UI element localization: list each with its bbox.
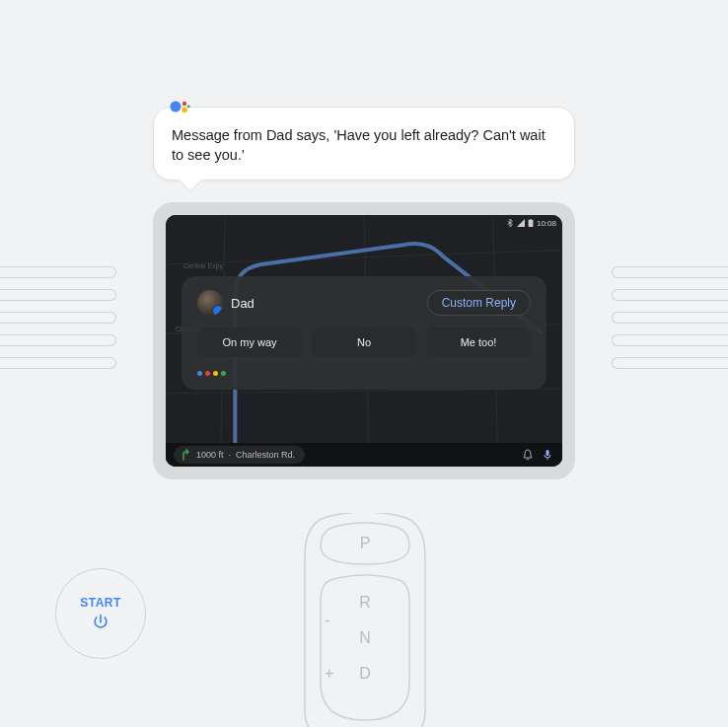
svg-rect-5 xyxy=(530,219,532,220)
svg-point-3 xyxy=(187,106,190,109)
svg-point-0 xyxy=(171,102,182,112)
svg-rect-4 xyxy=(529,220,534,227)
bluetooth-icon xyxy=(506,219,514,227)
turn-right-icon xyxy=(180,449,191,461)
svg-point-1 xyxy=(182,102,186,106)
svg-point-2 xyxy=(182,108,187,113)
gear-d: D xyxy=(359,665,371,683)
nav-distance: 1000 ft xyxy=(196,450,224,460)
custom-reply-button[interactable]: Custom Reply xyxy=(427,290,531,316)
bottom-bar: 1000 ft · Charleston Rd. xyxy=(166,443,562,467)
gear-shifter[interactable]: P R N D - + xyxy=(303,513,427,727)
assistant-speech-bubble: Message from Dad says, 'Have you left al… xyxy=(153,107,575,181)
reply-chip[interactable]: Me too! xyxy=(426,327,531,357)
avatar xyxy=(197,290,223,316)
svg-rect-6 xyxy=(546,450,549,456)
status-time: 10:08 xyxy=(537,219,556,228)
navigation-info[interactable]: 1000 ft · Charleston Rd. xyxy=(174,446,305,464)
infotainment-bezel: Central Expy Charleston Rd Plaza St 10:0… xyxy=(153,202,575,479)
start-label: START xyxy=(80,596,121,610)
gear-minus: - xyxy=(325,612,329,629)
reply-chip[interactable]: No xyxy=(312,327,416,357)
notifications-icon[interactable] xyxy=(521,448,535,462)
gear-p: P xyxy=(360,535,371,552)
start-engine-button[interactable]: START xyxy=(55,568,146,659)
message-reply-card: Dad Custom Reply On my way No Me too! xyxy=(182,276,546,390)
map-road-label: Central Expy xyxy=(183,262,223,269)
power-icon xyxy=(91,613,110,632)
reply-chip[interactable]: On my way xyxy=(197,327,302,357)
assistant-message-text: Message from Dad says, 'Have you left al… xyxy=(172,121,556,166)
air-vent-left xyxy=(0,266,116,380)
bubble-tail xyxy=(178,167,202,191)
infotainment-screen: Central Expy Charleston Rd Plaza St 10:0… xyxy=(166,215,562,467)
google-assistant-icon xyxy=(168,97,191,120)
air-vent-right xyxy=(612,266,728,380)
sender-name: Dad xyxy=(231,296,255,311)
gear-n: N xyxy=(359,629,371,647)
status-bar: 10:08 xyxy=(500,215,562,231)
gear-r: R xyxy=(359,594,371,612)
nav-street: Charleston Rd. xyxy=(236,450,295,460)
signal-icon xyxy=(517,219,525,227)
message-sender: Dad xyxy=(197,290,255,316)
mic-icon[interactable] xyxy=(541,448,554,462)
battery-icon xyxy=(528,219,534,227)
gear-plus: + xyxy=(325,665,333,683)
assistant-listening-icon xyxy=(197,371,531,376)
